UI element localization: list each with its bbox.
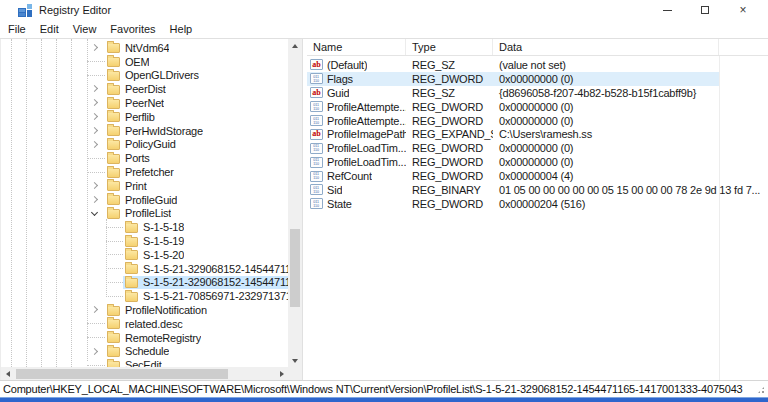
tree-item-related-desc[interactable]: related.desc (1, 317, 288, 331)
tree-item-content[interactable]: related.desc (105, 317, 288, 331)
tree-item-print[interactable]: Print (1, 179, 288, 193)
scroll-down-button[interactable] (288, 354, 302, 367)
tree-item-s-1-5-21-70856971-2329713713-1072[interactable]: S-1-5-21-70856971-2329713713-1072 (1, 289, 288, 303)
tree-item-ntvdm64[interactable]: NtVdm64 (1, 41, 288, 55)
tree-item-profileguid[interactable]: ProfileGuid (1, 193, 288, 207)
minimize-button[interactable] (648, 0, 686, 20)
value-row-profileloadtim-[interactable]: 011110ProfileLoadTim...REG_DWORD0x000000… (307, 141, 768, 155)
chevron-right-icon[interactable] (91, 85, 98, 92)
value-name-cell[interactable]: 011110RefCount (307, 170, 406, 182)
tree-item-content[interactable]: Schedule (105, 345, 288, 359)
tree-item-profilelist[interactable]: ProfileList (1, 207, 288, 221)
menu-item-help[interactable]: Help (163, 21, 200, 37)
tree-item-remoteregistry[interactable]: RemoteRegistry (1, 331, 288, 345)
maximize-button[interactable] (686, 0, 724, 20)
value-row-guid[interactable]: abGuidREG_SZ{d8696058-f207-4b82-b528-b15… (307, 86, 768, 100)
menu-item-edit[interactable]: Edit (33, 21, 66, 37)
chevron-right-icon[interactable] (91, 347, 98, 354)
chevron-right-icon[interactable] (91, 127, 98, 134)
scroll-up-button[interactable] (288, 39, 302, 52)
tree-item-opengldrivers[interactable]: OpenGLDrivers (1, 69, 288, 83)
tree-item-content[interactable]: OpenGLDrivers (105, 69, 288, 83)
tree-item-content[interactable]: S-1-5-21-329068152-1454471165-1417001333… (123, 276, 288, 290)
tree-item-content[interactable]: Ports (105, 151, 288, 165)
horizontal-scroll-thumb[interactable] (16, 369, 228, 379)
chevron-right-icon[interactable] (91, 44, 98, 51)
value-name-cell[interactable]: 011110ProfileAttempte... (307, 101, 406, 113)
value-name-cell[interactable]: 011110State (307, 198, 406, 210)
tree-item-prefetcher[interactable]: Prefetcher (1, 165, 288, 179)
tree-item-s-1-5-21-329068152-1454471165-1417001333-4075043[interactable]: S-1-5-21-329068152-1454471165-1417001333… (1, 276, 288, 290)
tree-item-content[interactable]: PeerDist (105, 82, 288, 96)
tree-item-content[interactable]: ProfileGuid (105, 193, 288, 207)
tree-item-peernet[interactable]: PeerNet (1, 96, 288, 110)
chevron-right-icon[interactable] (91, 99, 98, 106)
tree-item-content[interactable]: S-1-5-20 (123, 248, 288, 262)
value-row-profileloadtim-[interactable]: 011110ProfileLoadTim...REG_DWORD0x000000… (307, 155, 768, 169)
tree-item-s-1-5-21-329068152-1454471165-141[interactable]: S-1-5-21-329068152-1454471165-141 (1, 262, 288, 276)
column-header-name[interactable]: Name (307, 39, 406, 55)
close-button[interactable]: × (724, 0, 762, 20)
tree-item-content[interactable]: PerHwIdStorage (105, 124, 288, 138)
tree-item-schedule[interactable]: Schedule (1, 345, 288, 359)
value-name-cell[interactable]: 011110ProfileLoadTim... (307, 142, 406, 154)
value-row-sid[interactable]: 011110SidREG_BINARY01 05 00 00 00 00 00 … (307, 183, 768, 197)
resize-grip-icon[interactable] (756, 385, 766, 395)
value-row--default-[interactable]: ab(Default)REG_SZ(value not set) (307, 58, 768, 72)
value-name-cell[interactable]: abGuid (307, 87, 406, 99)
tree-item-content[interactable]: SecEdit (105, 358, 288, 367)
tree-vertical-scrollbar[interactable] (288, 39, 302, 367)
tree-item-peerdist[interactable]: PeerDist (1, 82, 288, 96)
tree-item-content[interactable]: PolicyGuid (105, 138, 288, 152)
vertical-scroll-thumb[interactable] (290, 229, 300, 307)
tree-item-content[interactable]: OEM (105, 55, 288, 69)
scroll-left-button[interactable] (1, 367, 14, 381)
tree-item-ports[interactable]: Ports (1, 151, 288, 165)
column-header-data[interactable]: Data (493, 39, 719, 55)
tree-item-perflib[interactable]: Perflib (1, 110, 288, 124)
chevron-right-icon[interactable] (91, 113, 98, 120)
value-row-profileattempte-[interactable]: 011110ProfileAttempte...REG_DWORD0x00000… (307, 100, 768, 114)
tree-item-policyguid[interactable]: PolicyGuid (1, 138, 288, 152)
tree-item-content[interactable]: PeerNet (105, 96, 288, 110)
menu-item-file[interactable]: File (1, 21, 33, 37)
tree-horizontal-scrollbar[interactable] (1, 367, 288, 381)
tree-item-s-1-5-19[interactable]: S-1-5-19 (1, 234, 288, 248)
chevron-down-icon[interactable] (91, 209, 98, 216)
value-row-profileattempte-[interactable]: 011110ProfileAttempte...REG_DWORD0x00000… (307, 114, 768, 128)
tree-item-profilenotification[interactable]: ProfileNotification (1, 303, 288, 317)
tree-item-content[interactable]: Print (105, 179, 288, 193)
value-name-cell[interactable]: 011110ProfileLoadTim... (307, 156, 406, 168)
value-row-refcount[interactable]: 011110RefCountREG_DWORD0x00000004 (4) (307, 169, 768, 183)
tree-item-s-1-5-18[interactable]: S-1-5-18 (1, 220, 288, 234)
value-row-state[interactable]: 011110StateREG_DWORD0x00000204 (516) (307, 197, 768, 211)
tree-item-content[interactable]: ProfileNotification (105, 303, 288, 317)
tree-item-content[interactable]: ProfileList (105, 207, 288, 221)
tree-item-content[interactable]: RemoteRegistry (105, 331, 288, 345)
value-name-cell[interactable]: 011110Flags (307, 73, 406, 85)
value-row-profileimagepath[interactable]: abProfileImagePathREG_EXPAND_SZC:\Users\… (307, 127, 768, 141)
menu-item-view[interactable]: View (66, 21, 104, 37)
menu-item-favorites[interactable]: Favorites (103, 21, 162, 37)
value-row-flags[interactable]: 011110FlagsREG_DWORD0x00000000 (0) (307, 72, 719, 86)
scroll-right-button[interactable] (275, 367, 288, 381)
tree-item-secedit[interactable]: SecEdit (1, 358, 288, 367)
value-name-cell[interactable]: 011110ProfileAttempte... (307, 115, 406, 127)
tree-item-content[interactable]: NtVdm64 (105, 41, 288, 55)
tree-item-s-1-5-20[interactable]: S-1-5-20 (1, 248, 288, 262)
value-name-cell[interactable]: abProfileImagePath (307, 128, 406, 140)
chevron-right-icon[interactable] (91, 182, 98, 189)
column-header-type[interactable]: Type (406, 39, 493, 55)
value-name-cell[interactable]: ab(Default) (307, 59, 406, 71)
chevron-right-icon[interactable] (91, 306, 98, 313)
tree-item-content[interactable]: Perflib (105, 110, 288, 124)
value-name-cell[interactable]: 011110Sid (307, 184, 406, 196)
tree-item-perhwidstorage[interactable]: PerHwIdStorage (1, 124, 288, 138)
tree-item-content[interactable]: S-1-5-19 (123, 234, 288, 248)
chevron-right-icon[interactable] (91, 196, 98, 203)
tree-item-content[interactable]: S-1-5-21-70856971-2329713713-1072 (123, 289, 288, 303)
tree-item-content[interactable]: Prefetcher (105, 165, 288, 179)
tree-item-content[interactable]: S-1-5-18 (123, 220, 288, 234)
tree-item-oem[interactable]: OEM (1, 55, 288, 69)
chevron-right-icon[interactable] (91, 141, 98, 148)
